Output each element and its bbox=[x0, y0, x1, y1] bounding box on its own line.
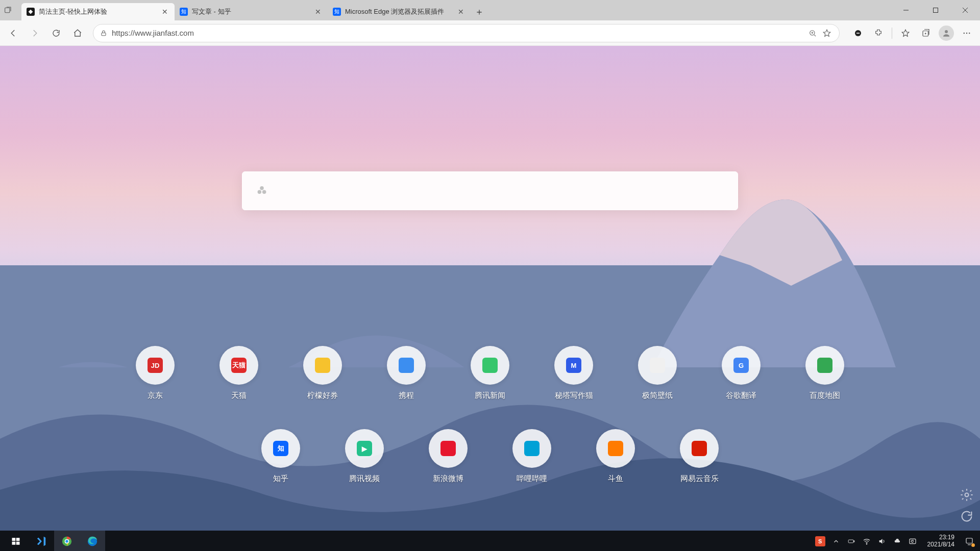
tile-icon: 知 bbox=[273, 441, 288, 456]
quick-link-tile[interactable]: 百度地图 bbox=[805, 346, 844, 400]
svg-point-17 bbox=[260, 186, 263, 190]
search-box[interactable] bbox=[242, 171, 738, 210]
tray-onedrive-icon[interactable] bbox=[893, 537, 902, 546]
clock-time: 23:19 bbox=[927, 534, 954, 541]
collections-button[interactable] bbox=[917, 24, 935, 42]
quick-link-tile[interactable]: 网易云音乐 bbox=[680, 429, 719, 484]
quick-links: JD京东天猫天猫柠檬好券携程腾讯新闻M秘塔写作猫极简壁纸G谷歌翻译百度地图 知知… bbox=[174, 346, 806, 512]
quick-link-tile[interactable]: M秘塔写作猫 bbox=[554, 346, 593, 400]
tab-title: Microsoft Edge 浏览器及拓展插件 bbox=[345, 7, 456, 16]
tray-chevron-up-icon[interactable] bbox=[831, 537, 841, 546]
quick-link-tile[interactable]: 极简壁纸 bbox=[638, 346, 677, 400]
svg-point-15 bbox=[258, 190, 261, 194]
quick-link-tile[interactable]: 腾讯新闻 bbox=[471, 346, 509, 400]
app-edge[interactable] bbox=[80, 531, 105, 551]
back-button[interactable] bbox=[4, 24, 22, 42]
clock-date: 2021/8/14 bbox=[927, 541, 954, 548]
app-vscode[interactable] bbox=[29, 531, 54, 551]
tile-icon bbox=[482, 358, 498, 373]
tile-circle bbox=[429, 429, 468, 468]
tile-icon bbox=[692, 441, 707, 456]
search-engine-icon[interactable] bbox=[255, 184, 269, 198]
close-icon[interactable]: ✕ bbox=[160, 7, 169, 16]
quick-link-tile[interactable]: G谷歌翻译 bbox=[722, 346, 761, 400]
svg-point-29 bbox=[866, 544, 867, 544]
svg-point-11 bbox=[945, 30, 948, 33]
home-button[interactable] bbox=[68, 24, 87, 42]
quick-link-tile[interactable]: 携程 bbox=[387, 346, 426, 400]
quick-link-tile[interactable]: 斗鱼 bbox=[596, 429, 635, 484]
zhihu-favicon: 知 bbox=[333, 8, 341, 16]
tile-label: 天猫 bbox=[231, 391, 247, 400]
tile-circle: 天猫 bbox=[219, 346, 258, 385]
close-window-button[interactable] bbox=[950, 0, 980, 20]
tab-jianfast[interactable]: 简法主页-轻快上网体验 ✕ bbox=[21, 3, 175, 20]
minimize-button[interactable] bbox=[891, 0, 921, 20]
tab-title: 简法主页-轻快上网体验 bbox=[39, 7, 160, 16]
browser-toolbar: https://www.jianfast.com bbox=[0, 20, 980, 46]
tile-label: 秘塔写作猫 bbox=[555, 391, 593, 400]
quick-link-tile[interactable]: ▶腾讯视频 bbox=[345, 429, 384, 484]
forward-button[interactable] bbox=[26, 24, 44, 42]
tray-battery-icon[interactable] bbox=[847, 537, 856, 546]
svg-marker-1 bbox=[29, 10, 33, 14]
start-button[interactable] bbox=[3, 531, 29, 551]
address-bar[interactable]: https://www.jianfast.com bbox=[93, 24, 840, 42]
extensions-icon[interactable] bbox=[869, 24, 888, 42]
menu-button[interactable] bbox=[958, 24, 976, 42]
app-chrome[interactable] bbox=[54, 531, 80, 551]
tile-label: 极简壁纸 bbox=[642, 391, 673, 400]
quick-link-tile[interactable]: 柠檬好券 bbox=[303, 346, 342, 400]
maximize-button[interactable] bbox=[921, 0, 950, 20]
tray-sogou-icon[interactable]: S bbox=[815, 536, 825, 546]
tab-actions-button[interactable] bbox=[0, 0, 15, 20]
tile-circle: M bbox=[554, 346, 593, 385]
tile-icon bbox=[817, 358, 832, 373]
extension-jianfast-icon[interactable] bbox=[849, 24, 867, 42]
divider bbox=[892, 28, 892, 39]
tray-wifi-icon[interactable] bbox=[862, 537, 871, 546]
profile-button[interactable] bbox=[937, 24, 955, 42]
zoom-icon[interactable] bbox=[805, 29, 820, 37]
quick-link-tile[interactable]: 知知乎 bbox=[261, 429, 300, 484]
tab-title: 写文章 - 知乎 bbox=[192, 7, 313, 16]
tile-label: 柠檬好券 bbox=[307, 391, 338, 400]
tile-circle: ▶ bbox=[345, 429, 384, 468]
tray-notifications-icon[interactable] bbox=[965, 537, 974, 546]
taskbar-right: S 23:19 2021/8/14 bbox=[815, 534, 977, 548]
refresh-wallpaper-button[interactable] bbox=[960, 509, 974, 523]
tile-circle bbox=[638, 346, 677, 385]
favorite-icon[interactable] bbox=[820, 29, 834, 38]
svg-rect-31 bbox=[966, 538, 972, 543]
tile-circle bbox=[805, 346, 844, 385]
tile-label: 京东 bbox=[148, 391, 163, 400]
tab-zhihu-write[interactable]: 知 写文章 - 知乎 ✕ bbox=[175, 3, 328, 20]
close-icon[interactable]: ✕ bbox=[313, 7, 323, 16]
quick-link-tile[interactable]: 天猫天猫 bbox=[219, 346, 258, 400]
close-icon[interactable]: ✕ bbox=[456, 7, 465, 16]
svg-rect-19 bbox=[12, 538, 16, 541]
refresh-button[interactable] bbox=[47, 24, 65, 42]
tray-sync-icon[interactable] bbox=[908, 537, 917, 546]
toolbar-right bbox=[849, 24, 976, 42]
tile-icon: 天猫 bbox=[231, 358, 247, 373]
tile-circle bbox=[303, 346, 342, 385]
svg-rect-22 bbox=[16, 542, 20, 545]
quick-link-tile[interactable]: 哔哩哔哩 bbox=[512, 429, 551, 484]
tile-circle bbox=[596, 429, 635, 468]
lock-icon bbox=[99, 30, 109, 37]
tab-edge-ext[interactable]: 知 Microsoft Edge 浏览器及拓展插件 ✕ bbox=[328, 3, 471, 20]
quick-link-tile[interactable]: JD京东 bbox=[136, 346, 175, 400]
svg-point-25 bbox=[65, 540, 68, 543]
taskbar-clock[interactable]: 23:19 2021/8/14 bbox=[923, 534, 959, 548]
quick-link-tile[interactable]: 新浪微博 bbox=[429, 429, 468, 484]
tile-icon: M bbox=[566, 358, 581, 373]
settings-button[interactable] bbox=[960, 488, 974, 502]
favorites-button[interactable] bbox=[896, 24, 915, 42]
tray-volume-icon[interactable] bbox=[877, 537, 887, 546]
tile-label: 百度地图 bbox=[810, 391, 840, 400]
tile-circle bbox=[471, 346, 509, 385]
titlebar: 简法主页-轻快上网体验 ✕ 知 写文章 - 知乎 ✕ 知 Microsoft E… bbox=[0, 0, 980, 20]
new-tab-button[interactable]: ＋ bbox=[471, 3, 488, 20]
svg-rect-28 bbox=[853, 541, 854, 542]
